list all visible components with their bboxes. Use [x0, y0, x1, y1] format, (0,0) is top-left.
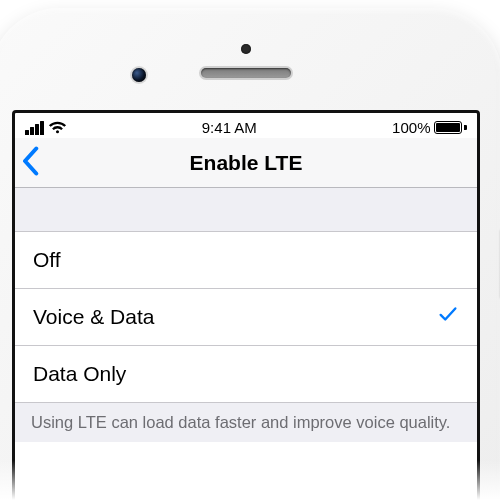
wifi-icon: [48, 121, 67, 135]
page-title: Enable LTE: [190, 151, 303, 175]
option-off[interactable]: Off: [15, 232, 477, 289]
checkmark-icon: [437, 303, 459, 331]
nav-bar: Enable LTE: [15, 138, 477, 188]
option-label: Off: [33, 248, 61, 272]
proximity-sensor: [241, 44, 251, 54]
status-time: 9:41 AM: [202, 119, 257, 136]
chevron-left-icon: [21, 146, 39, 176]
settings-content: Off Voice & Data Data Only Using LTE can…: [15, 188, 477, 442]
front-camera: [132, 68, 146, 82]
screen: 9:41 AM 100% Enable LTE Off: [12, 110, 480, 500]
battery-percentage: 100%: [392, 119, 430, 136]
status-bar: 9:41 AM 100%: [15, 113, 477, 138]
option-label: Data Only: [33, 362, 126, 386]
group-spacer: [15, 188, 477, 232]
cell-signal-icon: [25, 121, 44, 135]
option-data-only[interactable]: Data Only: [15, 346, 477, 403]
option-voice-and-data[interactable]: Voice & Data: [15, 289, 477, 346]
earpiece-speaker: [201, 68, 291, 78]
battery-icon: [434, 121, 467, 134]
option-label: Voice & Data: [33, 305, 154, 329]
section-footer: Using LTE can load data faster and impro…: [15, 403, 477, 442]
device-bezel-top: [12, 30, 480, 110]
back-button[interactable]: [21, 146, 39, 180]
phone-frame: 9:41 AM 100% Enable LTE Off: [0, 8, 500, 500]
